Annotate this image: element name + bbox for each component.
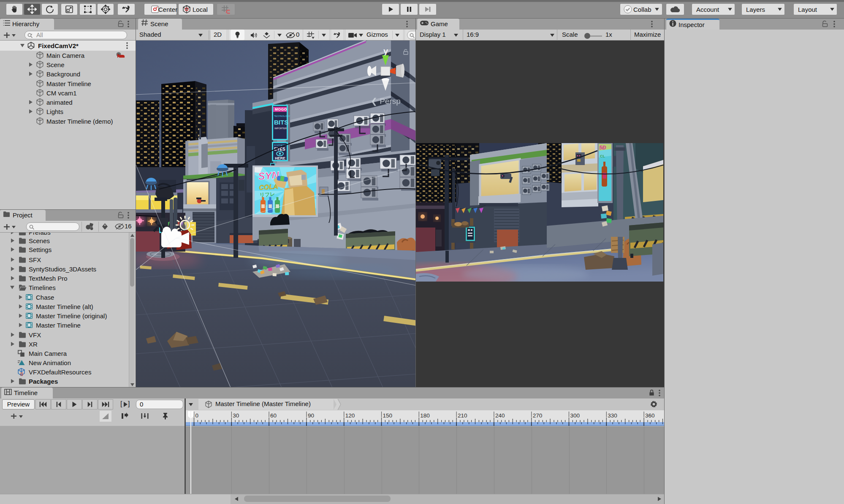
svg-text:{}: {} xyxy=(20,372,24,376)
svg-text:180: 180 xyxy=(420,412,430,419)
svg-text:MOGO: MOGO xyxy=(275,107,287,111)
svg-text:120: 120 xyxy=(345,412,355,419)
svg-text:300: 300 xyxy=(570,412,580,419)
svg-text:IMPORTER: IMPORTER xyxy=(274,127,287,130)
svg-text:TECHNOLOGY: TECHNOLOGY xyxy=(274,115,290,117)
svg-text:150: 150 xyxy=(383,412,393,419)
svg-text:0: 0 xyxy=(195,412,199,419)
svg-text:90: 90 xyxy=(308,412,314,419)
svg-text:210: 210 xyxy=(458,412,467,419)
svg-text:y: y xyxy=(383,46,388,56)
svg-text:❮ Persp: ❮ Persp xyxy=(371,97,401,106)
svg-text:リフレ: リフレ xyxy=(259,191,275,198)
svg-text:360: 360 xyxy=(645,412,655,419)
svg-text:330: 330 xyxy=(608,412,617,419)
svg-text:240: 240 xyxy=(495,412,505,419)
svg-text:270: 270 xyxy=(533,412,543,419)
svg-text:30: 30 xyxy=(233,412,239,419)
svg-text:COLA: COLA xyxy=(259,183,278,191)
svg-text:HERE: HERE xyxy=(275,156,285,160)
svg-text:60: 60 xyxy=(270,412,277,419)
svg-text:BITS: BITS xyxy=(274,119,288,126)
